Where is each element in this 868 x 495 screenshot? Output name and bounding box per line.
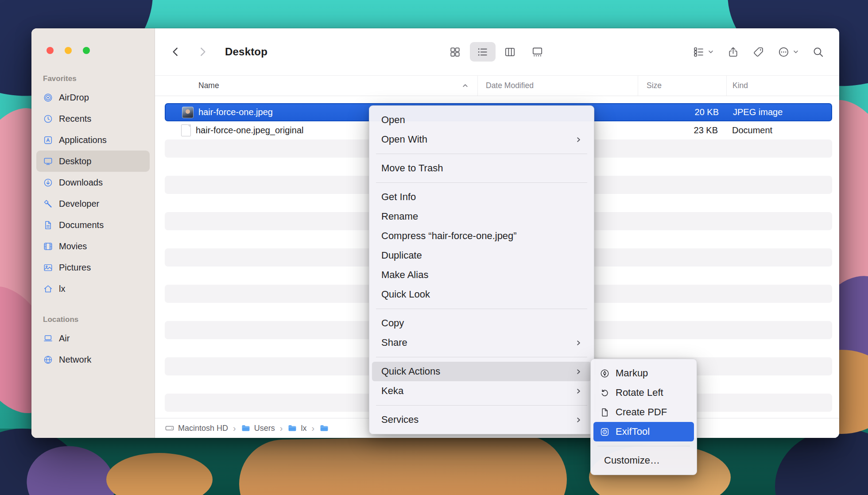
tag-icon [752, 46, 764, 58]
sidebar-item-lx[interactable]: lx [36, 278, 150, 299]
sidebar-item-desktop[interactable]: Desktop [36, 151, 150, 172]
sidebar-item-airdrop[interactable]: AirDrop [36, 87, 150, 108]
movies-icon [43, 241, 53, 251]
menu-separator [376, 405, 587, 406]
grid-view-button[interactable] [442, 42, 468, 62]
context-menu-item-keka[interactable]: Keka [372, 381, 591, 401]
path-item-macintosh-hd[interactable]: Macintosh HD [165, 423, 228, 433]
context-menu-item-compress-hair-force-one-jpeg[interactable]: Compress “hair-force-one.jpeg” [372, 226, 591, 246]
menu-separator [376, 182, 587, 183]
group-by-button[interactable] [693, 46, 714, 58]
path-item-users[interactable]: Users [241, 423, 275, 433]
sidebar-sections: FavoritesAirDropRecentsApplicationsDeskt… [31, 28, 155, 370]
sidebar-item-label: Air [59, 333, 70, 344]
sidebar-item-documents[interactable]: Documents [36, 214, 150, 236]
gallery-view-icon [531, 46, 543, 58]
column-header-label: Size [647, 81, 662, 90]
context-menu-item-move-to-trash[interactable]: Move to Trash [372, 159, 591, 178]
markup-icon [600, 368, 610, 379]
chevron-right-small-icon [575, 417, 582, 423]
file-kind: JPEG image [733, 107, 783, 117]
path-separator: › [280, 423, 283, 433]
column-header-name[interactable]: Name [155, 76, 477, 96]
toolbar-actions [550, 46, 825, 58]
sidebar-item-pictures[interactable]: Pictures [36, 257, 150, 278]
context-menu-item-get-info[interactable]: Get Info [372, 187, 591, 207]
search-button[interactable] [812, 46, 824, 58]
context-menu-item-quick-actions[interactable]: Quick Actions [372, 362, 591, 381]
list-view-icon [477, 46, 488, 58]
sidebar-section-favorites: FavoritesAirDropRecentsApplicationsDeskt… [31, 74, 155, 299]
gallery-view-button[interactable] [525, 42, 550, 62]
sidebar-item-recents[interactable]: Recents [36, 108, 150, 129]
document-file-icon [181, 124, 191, 136]
back-button[interactable] [168, 42, 183, 62]
sidebar-item-movies[interactable]: Movies [36, 236, 150, 257]
menu-item-label: Create PDF [616, 406, 667, 418]
menu-separator [376, 357, 587, 357]
menu-item-label: Copy [381, 317, 404, 329]
menu-item-label: Keka [381, 385, 403, 397]
submenu-item-exiftool[interactable]: ExifTool [593, 422, 694, 441]
sidebar-item-air[interactable]: Air [36, 328, 150, 349]
path-item-label: lx [301, 424, 306, 433]
path-separator: › [311, 423, 314, 433]
path-item-item[interactable] [319, 423, 333, 433]
sidebar-item-label: Applications [59, 135, 107, 145]
submenu-item-markup[interactable]: Markup [593, 364, 694, 383]
context-menu-item-duplicate[interactable]: Duplicate [372, 246, 591, 265]
context-menu-item-open[interactable]: Open [372, 110, 591, 130]
sidebar-item-label: Pictures [59, 263, 91, 273]
column-header-label: Name [198, 81, 219, 90]
context-menu-item-open-with[interactable]: Open With [372, 130, 591, 149]
sidebar-item-developer[interactable]: Developer [36, 193, 150, 214]
chevron-right-icon [197, 46, 208, 58]
exiftool-icon [600, 427, 610, 437]
sidebar-item-label: lx [59, 284, 65, 294]
window-title: Desktop [225, 46, 267, 58]
sidebar-item-label: Network [59, 355, 91, 365]
submenu-item-rotate-left[interactable]: Rotate Left [593, 383, 694, 402]
forward-button[interactable] [195, 42, 210, 62]
column-header-size[interactable]: Size [638, 76, 726, 96]
close-button[interactable] [46, 47, 54, 54]
context-menu-item-services[interactable]: Services [372, 410, 591, 429]
file-size: 20 KB [695, 107, 719, 117]
path-item-lx[interactable]: lx [287, 423, 306, 433]
menu-item-label: Share [381, 337, 407, 348]
menu-separator [376, 154, 587, 154]
tag-button[interactable] [752, 46, 764, 58]
context-menu-item-make-alias[interactable]: Make Alias [372, 265, 591, 285]
more-button[interactable] [778, 46, 799, 58]
submenu-item-create-pdf[interactable]: Create PDF [593, 402, 694, 422]
sidebar-item-applications[interactable]: Applications [36, 129, 150, 151]
list-view-button[interactable] [470, 42, 496, 62]
quick-actions-submenu: MarkupRotate LeftCreate PDFExifToolCusto… [590, 359, 697, 475]
column-header-kind[interactable]: Kind [726, 76, 839, 96]
zoom-button[interactable] [83, 47, 90, 54]
column-header-date-modified[interactable]: Date Modified [477, 76, 638, 96]
window-controls [46, 47, 90, 54]
recents-icon [43, 114, 53, 124]
sidebar-section-title: Favorites [31, 74, 155, 87]
context-menu-item-rename[interactable]: Rename [372, 207, 591, 226]
sidebar-item-network[interactable]: Network [36, 349, 150, 370]
toolbar: Desktop [155, 28, 839, 75]
submenu-item-customize[interactable]: Customize… [593, 451, 694, 470]
context-menu-item-quick-look[interactable]: Quick Look [372, 285, 591, 304]
disk-icon [165, 423, 174, 433]
chevron-right-small-icon [575, 340, 582, 346]
toolbar-left: Desktop [168, 42, 442, 62]
sidebar-item-downloads[interactable]: Downloads [36, 172, 150, 193]
minimize-button[interactable] [65, 47, 72, 54]
context-menu-item-share[interactable]: Share [372, 333, 591, 352]
more-icon [778, 46, 790, 58]
column-view-button[interactable] [497, 42, 523, 62]
column-header-label: Kind [732, 81, 748, 90]
menu-item-label: Duplicate [381, 250, 422, 261]
share-button[interactable] [727, 46, 739, 58]
downloads-icon [43, 178, 53, 188]
context-menu-item-copy[interactable]: Copy [372, 313, 591, 333]
menu-item-label: Services [381, 414, 418, 425]
sidebar-item-label: AirDrop [59, 93, 89, 103]
